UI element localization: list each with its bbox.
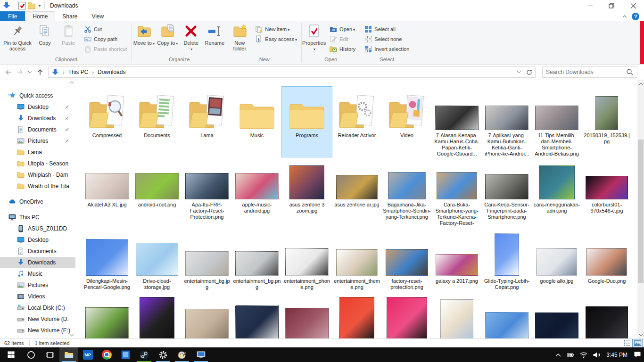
file-item-apple-music-android-jpg[interactable]: apple-music-android.jpg — [232, 165, 282, 227]
file-item-asus-zenfone-ar-jpg[interactable]: asus zenfone ar.jpg — [332, 165, 382, 227]
forward-button[interactable] — [14, 66, 26, 78]
sidebar-item-this-pc[interactable]: This PC — [0, 212, 75, 223]
sidebar-item-pictures[interactable]: Pictures — [0, 135, 75, 147]
start-taskbar-button[interactable] — [0, 347, 22, 362]
sidebar-item-whiplash-dam[interactable]: Whiplash - Dam — [0, 169, 75, 181]
copy-button[interactable]: Copy — [33, 22, 57, 46]
file-item-factory-reset-protection-png[interactable]: factory-reset-protection.png — [382, 232, 432, 290]
qat-properties-button[interactable] — [17, 1, 27, 10]
file-explorer-taskbar-button[interactable] — [59, 347, 78, 362]
tab-view[interactable]: View — [84, 11, 111, 21]
copy-to-button[interactable]: Copy to — [156, 22, 179, 47]
file-item-asus-zenfone-3-zoom-jpg[interactable]: asus zenfone 3 zoom.jpg — [282, 165, 332, 227]
sidebar-item-new-volume-e[interactable]: New Volume (E:) — [0, 325, 75, 336]
sidebar-item-documents[interactable]: Documents — [0, 124, 75, 135]
copy-path-button[interactable]: W... Copy path — [82, 34, 129, 44]
file-item-apa-itu-frp-factory-reset-protection-png[interactable]: Apa-Itu-FRP-Factory-Reset-Protection.png — [182, 165, 232, 227]
help-icon[interactable]: ? — [632, 13, 639, 20]
search-input[interactable] — [543, 69, 626, 75]
recent-locations-dropdown[interactable] — [26, 66, 34, 78]
folder-item-reloader-activor[interactable]: Reloader Activor — [332, 87, 382, 157]
folder-item-lama[interactable]: Lama — [182, 87, 232, 157]
remote-desktop-taskbar-button[interactable] — [191, 347, 210, 362]
settings-taskbar-button[interactable] — [154, 347, 173, 362]
address-bar[interactable]: This PC Downloads — [48, 66, 523, 78]
file-item-7-alasan-kenapa-kamu-harus-coba-papan-ketik-google-gboard[interactable]: 7-Alasan-Kenapa-Kamu-Harus-Coba-Papan-Ke… — [432, 87, 482, 157]
breadcrumb-separator[interactable] — [89, 69, 97, 75]
file-item-alcatel-a3-xl-jpg[interactable]: Alcatel A3 XL.jpg — [82, 165, 132, 227]
refresh-button[interactable] — [523, 66, 536, 78]
close-button[interactable] — [622, 0, 644, 11]
sidebar-item-onedrive[interactable]: OneDrive — [0, 196, 75, 207]
sidebar-item-local-disk-c[interactable]: Local Disk (C:) — [0, 302, 75, 313]
up-button[interactable] — [34, 66, 46, 78]
scrollbar-thumb[interactable] — [638, 140, 644, 283]
breadcrumb-separator[interactable] — [60, 69, 67, 75]
file-item-cara-menggunakan-adm-png[interactable]: cara-menggunakan-adm.png — [532, 165, 582, 227]
chrome-taskbar-button[interactable] — [97, 347, 116, 362]
sidebar-item-desktop[interactable]: Desktop — [0, 234, 75, 246]
paint-taskbar-button[interactable] — [173, 347, 191, 362]
minimize-button[interactable] — [579, 0, 601, 11]
volume-icon[interactable] — [593, 351, 600, 359]
tab-file[interactable]: File — [0, 11, 25, 21]
file-item-drive-cloud-storage-jpg[interactable]: Drive-cloud-storage.jpg — [132, 232, 182, 290]
file-item-google-allo-jpg[interactable]: google allo.jpg — [532, 232, 582, 290]
sidebar-item-videos[interactable]: Videos — [0, 291, 75, 302]
open-button[interactable]: Open — [328, 24, 357, 34]
sidebar-item-quick-access[interactable]: Quick access — [0, 90, 75, 101]
tab-share[interactable]: Share — [55, 11, 84, 21]
restore-button[interactable] — [601, 0, 622, 11]
minimize-ribbon-icon[interactable] — [622, 15, 627, 18]
sidebar-item-music[interactable]: Music — [0, 268, 75, 280]
history-button[interactable]: History — [328, 44, 357, 54]
sidebar-item-downloads[interactable]: Downloads — [0, 113, 75, 124]
folder-item-music[interactable]: Music — [232, 87, 282, 157]
steam-taskbar-button[interactable] — [135, 347, 154, 362]
rename-button[interactable]: Rename — [203, 22, 226, 46]
task-view-taskbar-button[interactable] — [41, 347, 59, 362]
properties-button[interactable]: Properties — [302, 22, 326, 52]
sidebar-item-desktop[interactable]: Desktop — [0, 101, 75, 113]
breadcrumb-this-pc[interactable]: This PC — [67, 69, 90, 75]
address-dropdown-icon[interactable] — [517, 71, 521, 74]
file-item-11-tips-memilih-dan-membeli-smartphone-android-bekas-png[interactable]: 11-Tips-Memilih-dan-Membeli-Smartphone-A… — [532, 87, 582, 157]
file-item[interactable] — [582, 297, 632, 338]
back-button[interactable] — [2, 66, 14, 78]
easy-access-button[interactable]: Easy access — [253, 34, 299, 44]
file-item[interactable] — [382, 297, 432, 338]
file-item-google-duo-png[interactable]: Google-Duo.png — [582, 232, 632, 290]
edit-button[interactable]: Edit — [328, 34, 357, 44]
sidebar-item-asus-z011dd[interactable]: ASUS_Z011DD — [0, 223, 75, 234]
folder-item-documents[interactable]: Documents — [132, 87, 182, 157]
file-item[interactable] — [182, 297, 232, 338]
new-item-button[interactable]: New item — [253, 24, 299, 34]
search-icon[interactable] — [626, 68, 634, 76]
sidebar-item-new-volume-d[interactable]: New Volume (D: — [0, 313, 75, 325]
file-item-entertainment-bg-jpg[interactable]: entertainment_bg.jpg — [182, 232, 232, 290]
photos-app-taskbar-button[interactable] — [116, 347, 135, 362]
file-item-7-aplikasi-yang-kamu-butuhkan-ketika-ganti-iphone-ke-androi[interactable]: 7-Aplikasi-yang-Kamu-Butuhkan-Ketika-Gan… — [482, 87, 532, 157]
sidebar-item-downloads[interactable]: Downloads — [0, 257, 75, 268]
file-item-20150319-152539-jpg[interactable]: 20150319_152539.jpg — [582, 87, 632, 157]
select-all-button[interactable]: Select all — [363, 24, 411, 34]
file-item-dilengkapi-mesin-pencari-google-png[interactable]: Dilengkapi-Mesin-Pencari-Google.png — [82, 232, 132, 290]
file-item[interactable] — [532, 297, 582, 338]
cut-button[interactable]: Cut — [82, 24, 129, 34]
content-scrollbar[interactable] — [637, 80, 644, 338]
search-box[interactable] — [542, 66, 637, 78]
new-folder-button[interactable]: New folder — [228, 22, 251, 51]
cortana-taskbar-button[interactable] — [22, 347, 41, 362]
file-item-bagaimana-jika-smartphone-sendiri-yang-terkunci-png[interactable]: Bagaimana-Jika-Smartphone-Sendiri-yang-T… — [382, 165, 432, 227]
breadcrumb-downloads[interactable]: Downloads — [97, 69, 126, 75]
clock[interactable]: 3:45 PM — [605, 352, 628, 358]
file-item[interactable] — [232, 297, 282, 338]
scroll-up-icon[interactable] — [637, 80, 644, 88]
file-item[interactable] — [482, 297, 532, 338]
folder-item-programs[interactable]: Programs — [282, 87, 332, 157]
sidebar-item-lama[interactable]: Lama — [0, 147, 75, 158]
file-item-cara-kerja-sensor-fingerprint-pada-smartphone-png[interactable]: Cara-Kerja-Sensor-Fingerprint-pada-Smart… — [482, 165, 532, 227]
file-item-entertainment-theme-png[interactable]: entertainment_theme.png — [332, 232, 382, 290]
sidebar-item-documents[interactable]: Documents — [0, 246, 75, 257]
file-item-colorburst01-970x546-c-jpg[interactable]: colorburst01-970x546-c.jpg — [582, 165, 632, 227]
